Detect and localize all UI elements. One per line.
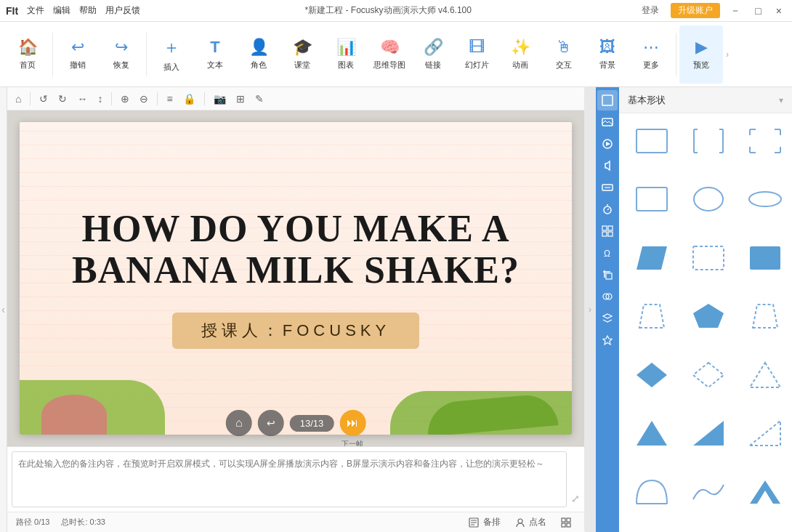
tool-chart[interactable]: 📊 图表 [324,25,368,84]
nav-next-button[interactable]: ⏭ 下一帧 [339,410,365,436]
upgrade-button[interactable]: 升级账户 [671,3,720,18]
right-icon-mask[interactable] [597,286,618,307]
sub-rotate-left[interactable]: ↺ [36,91,52,107]
svg-marker-12 [606,142,610,146]
notes-expand-icon[interactable]: ⤢ [571,493,580,504]
sub-flip-h[interactable]: ↔ [73,91,91,107]
tool-mindmap[interactable]: 🧠 思维导图 [368,25,411,84]
slide[interactable]: HOW DO YOU MAKE A BANANA MILK SHAKE? 授课人… [20,122,572,435]
toolbar-expand-arrow[interactable]: › [726,49,729,60]
tool-background[interactable]: 🖼 背景 [586,25,629,84]
menu-help[interactable]: 帮助 [79,4,97,17]
right-icon-audio[interactable] [597,156,618,176]
chart-icon: 📊 [336,38,356,57]
tool-preview[interactable]: ▶ 预览 [679,25,723,84]
right-icon-layers[interactable] [597,308,618,329]
shape-rect-blue-solid[interactable] [740,238,791,278]
tool-character[interactable]: 👤 角色 [237,25,280,84]
shapes-dropdown-icon[interactable]: ▾ [779,95,783,105]
sub-zoom-in[interactable]: ⊕ [117,91,133,107]
status-notes-button[interactable]: 备排 [464,515,504,530]
shape-rect-solid[interactable] [626,180,677,219]
right-icon-timer[interactable] [597,199,618,219]
classroom-icon: 🎓 [293,38,312,57]
sub-edit[interactable]: ✎ [251,91,267,107]
right-icon-grid[interactable] [597,221,618,241]
sub-flip-v[interactable]: ↕ [94,91,106,107]
titlebar: FIt 文件 编辑 帮助 用户反馈 *新建工程 - Focusky动画演示大师 … [0,0,792,22]
shape-triangle-up[interactable] [740,355,791,395]
tool-slideshow[interactable]: 🎞 幻灯片 [455,25,498,84]
tool-more[interactable]: ⋯ 更多 [629,25,673,84]
right-icon-star[interactable] [597,330,618,350]
right-icon-symbol[interactable]: Ω [597,243,618,263]
shape-parallelogram[interactable] [626,238,677,278]
shape-ellipse-wide[interactable] [740,180,791,219]
shapes-panel: 基本形状 ▾ [619,87,792,532]
menu-file[interactable]: 文件 [27,4,44,17]
shape-right-triangle[interactable] [683,414,734,454]
tool-text[interactable]: T 文本 [193,25,237,84]
shape-triangle-dashed[interactable] [740,297,791,336]
tool-link[interactable]: 🔗 链接 [411,25,455,84]
shape-pentagon[interactable] [683,297,734,336]
svg-point-45 [694,188,723,211]
right-icon-image[interactable] [597,112,618,132]
tool-redo[interactable]: ↪ 恢复 [100,25,143,84]
tool-insert[interactable]: ＋ 插入 [150,25,193,84]
tool-home[interactable]: 🏠 首页 [6,25,49,84]
shape-bracket-rect[interactable] [683,121,734,161]
shape-rect-outline[interactable] [626,121,677,161]
svg-rect-6 [567,518,570,522]
sub-lock[interactable]: 🔒 [179,91,199,107]
sub-camera[interactable]: 📷 [210,91,230,107]
maximize-button[interactable]: □ [751,5,765,17]
shape-trapezoid-dashed[interactable] [626,297,677,336]
sub-rotate-right[interactable]: ↻ [54,91,70,107]
menu-feedback[interactable]: 用户反馈 [105,4,140,17]
nav-back-button[interactable]: ↩ [258,410,284,436]
svg-rect-21 [608,232,613,236]
status-roll-call-button[interactable]: 点名 [511,515,551,530]
tool-classroom[interactable]: 🎓 课堂 [280,25,324,84]
tool-animation[interactable]: ✨ 动画 [498,25,542,84]
tool-undo[interactable]: ↩ 撤销 [56,25,100,84]
status-layout-button[interactable] [557,515,575,529]
shape-wave[interactable] [683,472,734,512]
app-logo: FIt [6,5,18,17]
canvas-area[interactable]: HOW DO YOU MAKE A BANANA MILK SHAKE? 授课人… [7,110,584,446]
nav-home-button[interactable]: ⌂ [226,410,252,436]
shapes-header: 基本形状 ▾ [619,87,792,113]
notes-textarea[interactable] [12,451,567,507]
sub-home-icon[interactable]: ⌂ [12,91,25,107]
shape-ellipse[interactable] [683,180,734,219]
right-icon-shapes[interactable] [597,90,618,110]
right-collapse-button[interactable]: › [584,87,596,532]
sub-grid[interactable]: ⊞ [233,91,248,107]
shape-dashed-corners[interactable] [740,121,791,161]
right-icon-crop[interactable] [597,265,618,285]
login-button[interactable]: 登录 [636,3,665,18]
shapes-title: 基本形状 [628,94,666,107]
shape-diamond-outline[interactable] [683,355,734,395]
insert-icon: ＋ [163,36,180,59]
svg-rect-44 [637,188,667,211]
svg-marker-28 [603,336,612,344]
shape-complex[interactable] [740,472,791,512]
shape-triangle-solid[interactable] [626,414,677,454]
menu-edit[interactable]: 编辑 [53,4,70,17]
right-icon-media[interactable] [597,134,618,154]
shape-dashed-rect[interactable] [683,238,734,278]
sub-align[interactable]: ≡ [163,91,176,107]
sub-zoom-out[interactable]: ⊖ [136,91,152,107]
svg-marker-53 [637,363,667,387]
tool-interact[interactable]: 🖱 交互 [542,25,586,84]
minimize-button[interactable]: － [726,4,745,17]
right-panel-wrapper: › Ω [584,87,792,532]
shape-arch[interactable] [626,472,677,512]
left-collapse-panel[interactable]: ‹ [0,87,7,532]
shape-diamond[interactable] [626,355,677,395]
shape-right-triangle-dashed[interactable] [740,414,791,454]
right-icon-text[interactable] [597,177,618,198]
close-button[interactable]: × [772,5,786,17]
